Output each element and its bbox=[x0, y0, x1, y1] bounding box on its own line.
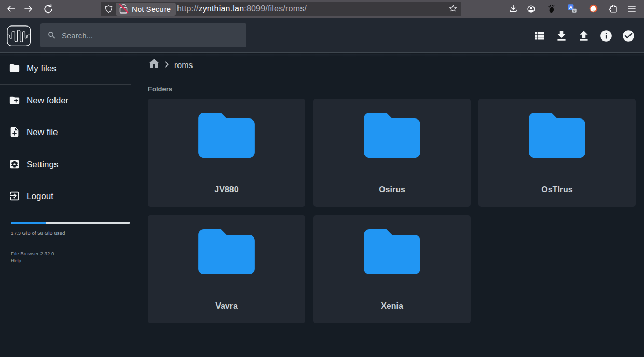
svg-text:A: A bbox=[569, 5, 572, 10]
